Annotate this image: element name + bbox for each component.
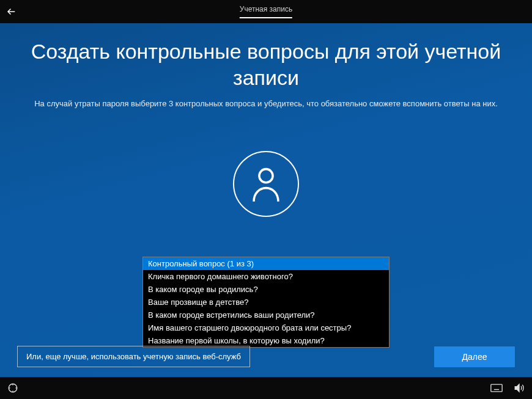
main-content: Создать контрольные вопросы для этой уче…: [0, 23, 532, 377]
dropdown-option[interactable]: Ваше прозвище в детстве?: [143, 296, 389, 309]
titlebar: Учетная запись: [0, 0, 532, 23]
svg-marker-8: [515, 384, 519, 392]
dropdown-list: Контрольный вопрос (1 из 3) Кличка перво…: [142, 257, 390, 348]
avatar: [233, 151, 299, 217]
next-button[interactable]: Далее: [434, 346, 515, 367]
ease-of-access-icon[interactable]: [7, 383, 18, 394]
dropdown-option-placeholder[interactable]: Контрольный вопрос (1 из 3): [143, 257, 389, 270]
bottom-bar: Или, еще лучше, использовать учетную зап…: [17, 346, 515, 367]
dropdown-option[interactable]: Имя вашего старшего двоюродного брата ил…: [143, 321, 389, 334]
tab-account[interactable]: Учетная запись: [240, 5, 292, 18]
dropdown-option[interactable]: Кличка первого домашнего животного?: [143, 270, 389, 283]
taskbar: [0, 377, 532, 399]
back-arrow-icon: [6, 6, 17, 17]
dropdown-option[interactable]: В каком городе встретились ваши родители…: [143, 309, 389, 321]
dropdown-option[interactable]: Название первой школы, в которую вы ходи…: [143, 334, 389, 347]
svg-rect-2: [491, 384, 502, 392]
svg-point-0: [259, 169, 273, 183]
use-web-account-link[interactable]: Или, еще лучше, использовать учетную зап…: [17, 346, 250, 367]
security-question-dropdown[interactable]: Контрольный вопрос (1 из 3) Кличка перво…: [142, 257, 390, 348]
dropdown-option[interactable]: В каком городе вы родились?: [143, 283, 389, 296]
volume-icon[interactable]: [514, 383, 525, 394]
back-button[interactable]: [0, 0, 23, 23]
person-icon: [249, 165, 283, 203]
keyboard-icon[interactable]: [490, 384, 503, 392]
page-subtitle: На случай утраты пароля выберите 3 контр…: [34, 99, 498, 108]
page-title: Создать контрольные вопросы для этой уче…: [24, 38, 508, 90]
